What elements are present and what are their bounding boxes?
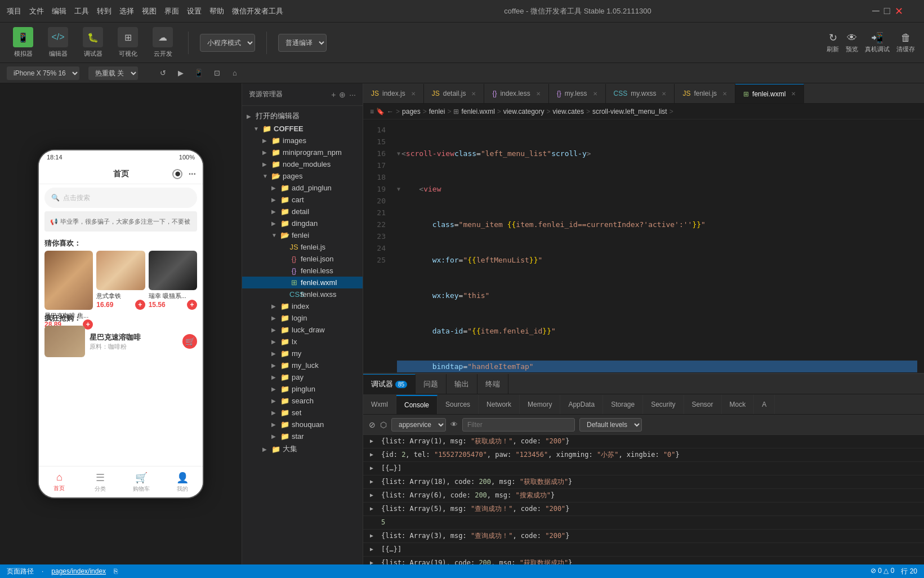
log-item-3[interactable]: ▶ {list: Array(18), code: 200, msg: "获取数… <box>363 475 924 489</box>
folder-fenlei[interactable]: ▼ 📂 fenlei <box>242 229 363 241</box>
product-item-2[interactable]: 瑞幸 吸猫系... 15.56 + <box>149 251 197 310</box>
devtools-tab-network[interactable]: Network <box>479 395 520 414</box>
menu-bar[interactable]: 项目 文件 编辑 工具 转到 选择 视图 界面 设置 帮助 微信开发者工具 <box>7 6 283 16</box>
expand-icon[interactable]: ▶ <box>370 546 378 552</box>
copy-path-icon[interactable]: ⎘ <box>114 567 118 575</box>
code-content[interactable]: ▼ <scroll-view class="left_menu_list" sc… <box>390 119 924 373</box>
simulator-button[interactable]: 📱 模拟器 <box>9 27 37 58</box>
menu-view[interactable]: 视图 <box>142 6 157 16</box>
default-levels-select[interactable]: Default levels <box>579 418 642 432</box>
filter-input[interactable] <box>462 418 575 432</box>
menu-project[interactable]: 项目 <box>7 6 21 16</box>
log-item-4[interactable]: ▶ {list: Array(6), code: 200, msg: "搜索成功… <box>363 489 924 503</box>
phone-small-icon[interactable]: 📱 <box>192 66 206 80</box>
tab-cart[interactable]: 🛒 购物车 <box>121 466 162 497</box>
nav-record-btn[interactable]: ⬤ <box>172 169 182 179</box>
add-cart-2[interactable]: + <box>187 300 197 310</box>
tab-my-less[interactable]: {} my.less ✕ <box>549 84 606 103</box>
preview-button[interactable]: 👁 预览 <box>846 32 858 54</box>
product-item-1[interactable]: 意式拿铁 16.69 + <box>96 251 145 310</box>
tab-index-js[interactable]: JS index.js ✕ <box>363 84 424 103</box>
close-button[interactable]: ✕ <box>895 5 903 17</box>
folder-pay[interactable]: ▶ 📁 pay <box>242 371 363 383</box>
phone-search-bar[interactable]: 🔍 点击搜索 <box>44 188 197 208</box>
wifi-icon[interactable]: ⌂ <box>228 66 242 80</box>
log-item-2[interactable]: ▶ [{…}] <box>363 462 924 475</box>
minimize-button[interactable]: ─ <box>872 5 880 17</box>
log-item-7[interactable]: ▶ {list: Array(3), msg: "查询成功！", code: "… <box>363 530 924 543</box>
log-item-1[interactable]: ▶ {id: 2, tel: "15527205470", paw: "1234… <box>363 448 924 462</box>
device-select[interactable]: iPhone X 75% 16 <box>7 66 79 80</box>
expand-icon[interactable]: ▶ <box>370 451 378 457</box>
devtools-tab-appdata[interactable]: AppData <box>560 395 603 414</box>
devtools-tab-sources[interactable]: Sources <box>438 395 479 414</box>
folder-search[interactable]: ▶ 📁 search <box>242 395 363 407</box>
devtools-tab-extra[interactable]: A <box>754 395 775 414</box>
tab-output[interactable]: 输出 <box>447 374 477 394</box>
folder-add-pinglun[interactable]: ▶ 📁 add_pinglun <box>242 182 363 194</box>
flash-item[interactable]: 星巴克速溶咖啡 原料：咖啡粉 🛒 <box>39 326 203 357</box>
log-item-5[interactable]: ▶ {list: Array(5), msg: "查询成功！", code: "… <box>363 503 924 516</box>
file-fenlei-less[interactable]: ▶ {} fenlei.less <box>242 265 363 277</box>
rotate-icon[interactable]: ↺ <box>156 66 169 80</box>
file-fenlei-json[interactable]: ▶ {} fenlei.json <box>242 253 363 265</box>
folder-node-modules[interactable]: ▶ 📁 node_modules <box>242 158 363 170</box>
devtools-tab-security[interactable]: Security <box>643 395 684 414</box>
folder-dingdan[interactable]: ▶ 📁 dingdan <box>242 217 363 229</box>
devtools-tab-storage[interactable]: Storage <box>603 395 643 414</box>
folder-my[interactable]: ▶ 📁 my <box>242 348 363 359</box>
menu-goto[interactable]: 转到 <box>97 6 111 16</box>
nav-dots[interactable]: ··· <box>189 169 196 179</box>
hot-reload-select[interactable]: 热重载 关 <box>88 66 138 80</box>
product-item-0[interactable]: 星巴克咖啡 焦... 28.89 + <box>44 251 93 310</box>
clear-cache-button[interactable]: 🗑 清缓存 <box>896 32 915 54</box>
folder-pages[interactable]: ▼ 📂 pages <box>242 170 363 182</box>
expand-icon[interactable]: ▶ <box>370 505 378 512</box>
menu-help[interactable]: 帮助 <box>209 6 224 16</box>
qr-icon[interactable]: ⊡ <box>210 66 224 80</box>
menu-settings[interactable]: 设置 <box>187 6 202 16</box>
file-fenlei-wxml[interactable]: ▶ ⊞ fenlei.wxml <box>242 277 363 288</box>
log-item-6[interactable]: ▶ 5 <box>363 516 924 530</box>
tab-index-less[interactable]: {} index.less ✕ <box>484 84 548 103</box>
log-item-8[interactable]: ▶ [{…}] <box>363 543 924 557</box>
tab-fenlei-js[interactable]: JS fenlei.js ✕ <box>675 84 735 103</box>
project-root[interactable]: ▼ 📁 COFFEE <box>242 123 363 135</box>
log-item-0[interactable]: ▶ {list: Array(1), msg: "获取成功！", code: "… <box>363 435 924 448</box>
close-tab-icon[interactable]: ✕ <box>662 91 666 97</box>
new-folder-icon[interactable]: ⊕ <box>339 90 346 99</box>
fold-icon-14[interactable]: ▼ <box>397 148 400 159</box>
pause-exceptions-icon[interactable]: ⬡ <box>380 420 387 429</box>
tab-detail-js[interactable]: JS detail.js ✕ <box>424 84 485 103</box>
folder-star[interactable]: ▶ 📁 star <box>242 430 363 442</box>
refresh-button[interactable]: ↻ 刷新 <box>827 32 839 54</box>
folder-pinglun[interactable]: ▶ 📁 pinglun <box>242 383 363 395</box>
expand-icon[interactable]: ▶ <box>370 478 378 484</box>
editor-button[interactable]: </> 编辑器 <box>44 27 72 58</box>
folder-luck-draw[interactable]: ▶ 📁 luck_draw <box>242 324 363 336</box>
devtools-tab-console[interactable]: Console <box>396 395 438 414</box>
devtools-tab-memory[interactable]: Memory <box>520 395 560 414</box>
menu-edit[interactable]: 编辑 <box>52 6 66 16</box>
status-page-path[interactable]: pages/index/index <box>51 567 106 575</box>
close-tab-icon[interactable]: ✕ <box>791 91 796 97</box>
real-debug-button[interactable]: 📲 真机调试 <box>865 32 890 54</box>
visible-button[interactable]: ⊞ 可视化 <box>114 27 142 58</box>
folder-detail[interactable]: ▶ 📁 detail <box>242 206 363 217</box>
devtools-tab-wxml[interactable]: Wxml <box>363 395 396 414</box>
folder-daxue[interactable]: ▶ 📁 大集 <box>242 442 363 456</box>
tab-profile[interactable]: 👤 我的 <box>162 466 203 497</box>
tab-home[interactable]: ⌂ 首页 <box>39 466 80 497</box>
menu-file[interactable]: 文件 <box>29 6 44 16</box>
close-tab-icon[interactable]: ✕ <box>722 91 727 97</box>
compile-select[interactable]: 普通编译 <box>278 34 327 52</box>
folder-index[interactable]: ▶ 📁 index <box>242 300 363 312</box>
expand-icon[interactable]: ▶ <box>370 559 378 564</box>
devtools-tab-sensor[interactable]: Sensor <box>684 395 722 414</box>
mode-select[interactable]: 小程序模式 <box>200 34 255 52</box>
clear-console-icon[interactable]: ⊘ <box>369 420 376 429</box>
folder-my-luck[interactable]: ▶ 📁 my_luck <box>242 359 363 371</box>
expand-icon[interactable]: ▶ <box>370 492 378 498</box>
file-fenlei-js[interactable]: ▶ JS fenlei.js <box>242 241 363 253</box>
debugger-button[interactable]: 🐛 调试器 <box>79 27 107 58</box>
